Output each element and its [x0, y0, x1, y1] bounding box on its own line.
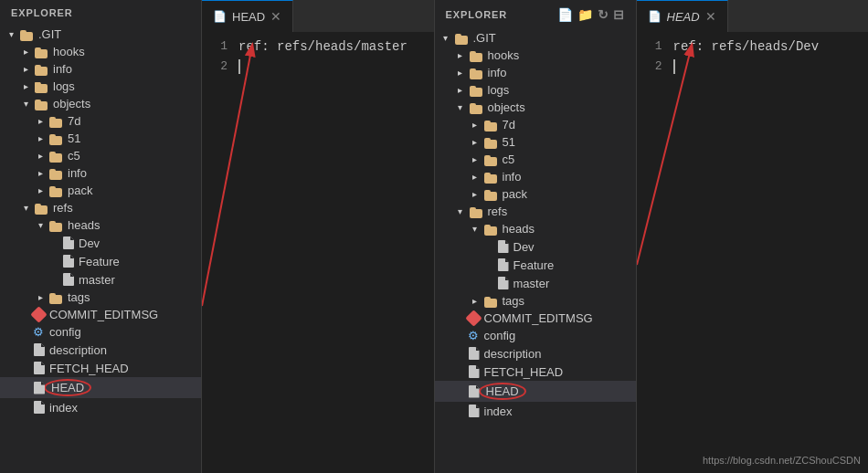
label-fetch-head: FETCH_HEAD — [49, 362, 129, 375]
right-tree-item-info2[interactable]: info — [435, 168, 636, 185]
right-tree-item-index[interactable]: index — [435, 402, 636, 420]
folder-icon-info2 — [48, 167, 64, 180]
tree-item-objects[interactable]: objects — [0, 95, 201, 112]
left-tab-close[interactable]: ✕ — [270, 9, 281, 24]
right-tree-item-7d[interactable]: 7d — [435, 116, 636, 133]
right-label-feature: Feature — [513, 258, 555, 272]
right-tree-item-dev[interactable]: Dev — [435, 237, 636, 256]
right-label-hooks: hooks — [488, 48, 520, 62]
right-tree-item-heads[interactable]: heads — [435, 220, 636, 237]
right-folder-icon-7d — [482, 119, 499, 131]
right-tree-item-feature[interactable]: Feature — [435, 256, 636, 274]
right-file-icon-master — [497, 276, 510, 290]
right-tree-item-pack[interactable]: pack — [435, 185, 636, 203]
right-label-refs: refs — [488, 205, 508, 218]
right-file-icon-dev — [497, 239, 510, 254]
new-file-icon[interactable]: 📄 — [557, 7, 574, 22]
tab-file-icon: 📄 — [213, 10, 227, 23]
folder-icon-tags — [48, 291, 64, 304]
right-tree-item-head[interactable]: HEAD — [435, 381, 636, 402]
right-tree-item-tags[interactable]: tags — [435, 292, 636, 310]
label-description: description — [49, 343, 107, 357]
left-editor-content: 1 ref: refs/heads/master 2 — [202, 32, 434, 473]
tree-item-fetch-head[interactable]: FETCH_HEAD — [0, 359, 201, 377]
arrow-heads — [33, 220, 48, 230]
arrow-info — [18, 64, 33, 74]
right-tree-item-git[interactable]: .GIT — [435, 29, 636, 47]
right-arrow-heads — [468, 224, 482, 234]
file-icon-fetch-head — [33, 361, 46, 375]
right-file-icon-fetch-head — [468, 364, 481, 379]
right-tree-item-hooks[interactable]: hooks — [435, 47, 636, 64]
tree-item-info[interactable]: info — [0, 60, 201, 78]
right-line-2: 2 — [637, 59, 869, 79]
arrow-tags — [33, 292, 48, 302]
right-tree-item-objects[interactable]: objects — [435, 99, 636, 116]
tree-item-logs[interactable]: logs — [0, 78, 201, 95]
right-tree-item-commit[interactable]: COMMIT_EDITMSG — [435, 310, 636, 327]
label-feature: Feature — [79, 255, 120, 268]
tree-item-feature[interactable]: Feature — [0, 252, 201, 270]
arrow-git — [4, 29, 18, 39]
right-explorer: EXPLORER 📄 📁 ↻ ⊟ .GIT — [435, 0, 636, 473]
svg-rect-1 — [35, 82, 40, 85]
tree-item-refs[interactable]: refs — [0, 199, 201, 216]
right-editor: 📄 HEAD ✕ 1 ref: refs/heads/Dev 2 — [636, 0, 869, 473]
tree-item-master[interactable]: master — [0, 270, 201, 289]
right-tree-item-config[interactable]: ⚙ config — [435, 327, 636, 344]
label-info: info — [53, 62, 72, 76]
right-tree-item-master[interactable]: master — [435, 274, 636, 292]
right-tree-item-refs[interactable]: refs — [435, 203, 636, 220]
right-tree-item-description[interactable]: description — [435, 344, 636, 363]
right-tree-item-51[interactable]: 51 — [435, 133, 636, 151]
tree-item-commit[interactable]: COMMIT_EDITMSG — [0, 306, 201, 323]
right-label-c5: c5 — [503, 152, 515, 166]
left-line-content-1: ref: refs/heads/master — [238, 39, 408, 54]
collapse-icon[interactable]: ⊟ — [613, 7, 625, 22]
tree-item-hooks[interactable]: hooks — [0, 43, 201, 60]
tree-item-dev[interactable]: Dev — [0, 234, 201, 252]
left-line-num-2: 2 — [202, 59, 238, 73]
left-line-content-2 — [238, 59, 240, 74]
right-file-icon-feature — [497, 258, 510, 272]
right-arrow-tags — [468, 296, 482, 306]
left-tab-head[interactable]: 📄 HEAD ✕ — [202, 0, 293, 32]
label-git: .GIT — [38, 27, 61, 41]
label-objects: objects — [53, 97, 90, 110]
right-folder-icon-pack — [482, 188, 499, 201]
right-arrow-pack — [468, 189, 482, 199]
right-tree-item-info[interactable]: info — [435, 64, 636, 81]
right-arrow-7d — [468, 120, 482, 130]
gear-icon-config: ⚙ — [33, 326, 46, 339]
right-line-content-2 — [673, 59, 675, 74]
tree-item-head[interactable]: HEAD — [0, 377, 201, 398]
tree-item-index[interactable]: index — [0, 398, 201, 416]
left-line-num-1: 1 — [202, 39, 238, 53]
tree-item-tags[interactable]: tags — [0, 289, 201, 306]
tree-item-pack[interactable]: pack — [0, 182, 201, 199]
right-tab-close[interactable]: ✕ — [705, 9, 716, 24]
refresh-icon[interactable]: ↻ — [598, 7, 609, 22]
right-tree-item-c5[interactable]: c5 — [435, 151, 636, 168]
right-tree-item-fetch-head[interactable]: FETCH_HEAD — [435, 363, 636, 381]
tree-item-heads[interactable]: heads — [0, 216, 201, 234]
arrow-c5 — [33, 151, 48, 161]
tree-item-7d[interactable]: 7d — [0, 112, 201, 130]
tree-item-git[interactable]: .GIT — [0, 26, 201, 43]
right-label-config: config — [484, 329, 516, 342]
right-arrow-refs — [453, 206, 468, 216]
tree-item-config[interactable]: ⚙ config — [0, 323, 201, 341]
folder-icon-info — [33, 63, 49, 76]
tree-item-info2[interactable]: info — [0, 164, 201, 182]
tree-item-c5[interactable]: c5 — [0, 147, 201, 164]
new-folder-icon[interactable]: 📁 — [577, 7, 594, 22]
folder-icon-logs — [33, 80, 49, 93]
right-arrow-c5 — [468, 154, 482, 164]
tree-item-51[interactable]: 51 — [0, 130, 201, 147]
label-info2: info — [68, 166, 87, 180]
right-tree-item-logs[interactable]: logs — [435, 81, 636, 99]
tree-item-description[interactable]: description — [0, 341, 201, 359]
right-tab-head[interactable]: 📄 HEAD ✕ — [637, 0, 728, 32]
right-label-tags: tags — [503, 294, 525, 308]
right-diamond-icon-commit — [465, 310, 482, 326]
